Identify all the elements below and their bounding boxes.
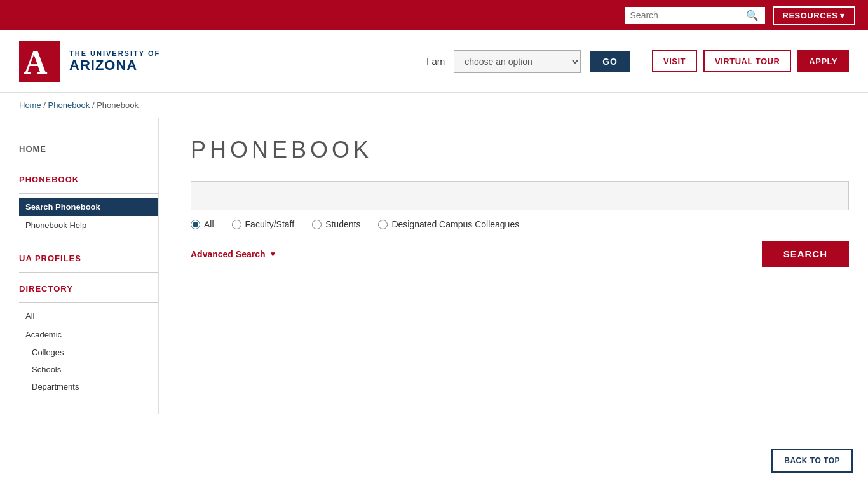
radio-all-input[interactable]: [191, 220, 200, 229]
sidebar-item-directory[interactable]: DIRECTORY: [19, 276, 158, 299]
top-search-box[interactable]: 🔍: [625, 7, 765, 24]
sidebar-divider-1: [19, 163, 158, 163]
radio-faculty[interactable]: Faculty/Staff: [232, 219, 295, 229]
i-am-dropdown[interactable]: choose an option Student Faculty/Staff A…: [454, 50, 581, 73]
sidebar-divider-3: [19, 272, 158, 273]
radio-students-label: Students: [325, 219, 360, 229]
sidebar-divider-2: [19, 193, 158, 194]
radio-students-input[interactable]: [312, 220, 322, 229]
top-bar: 🔍 RESOURCES ▾: [0, 0, 868, 30]
phonebook-search-input[interactable]: [191, 181, 849, 210]
advanced-search-label: Advanced Search: [191, 249, 266, 259]
radio-faculty-input[interactable]: [232, 220, 241, 229]
search-button[interactable]: SEARCH: [762, 241, 849, 267]
radio-students[interactable]: Students: [312, 219, 360, 229]
breadcrumb-separator1: /: [43, 100, 48, 110]
sidebar-divider-4: [19, 302, 158, 303]
advanced-search-row: Advanced Search ▼ SEARCH: [191, 241, 849, 267]
resources-button[interactable]: RESOURCES ▾: [773, 6, 855, 25]
main-layout: HOME PHONEBOOK Search Phonebook Phoneboo…: [0, 118, 868, 414]
search-filter-group: All Faculty/Staff Students Designated Ca…: [191, 219, 849, 229]
logo-area: A THE UNIVERSITY OF ARIZONA: [19, 41, 160, 82]
radio-all[interactable]: All: [191, 219, 214, 229]
breadcrumb: Home / Phonebook / Phonebook: [0, 93, 868, 118]
breadcrumb-phonebook1[interactable]: Phonebook: [48, 100, 90, 110]
sidebar-item-all[interactable]: All: [19, 307, 158, 325]
sidebar-item-colleges[interactable]: Colleges: [19, 344, 158, 361]
sidebar-item-schools[interactable]: Schools: [19, 361, 158, 378]
sidebar-item-phonebook-help[interactable]: Phonebook Help: [19, 216, 158, 234]
radio-faculty-label: Faculty/Staff: [245, 219, 295, 229]
header: A THE UNIVERSITY OF ARIZONA I am choose …: [0, 30, 868, 93]
content-area: PHONEBOOK All Faculty/Staff Students Des…: [191, 118, 849, 414]
arizona-line: ARIZONA: [69, 57, 160, 74]
i-am-label: I am: [426, 56, 445, 67]
page-title: PHONEBOOK: [191, 137, 849, 163]
sidebar-item-departments[interactable]: Departments: [19, 378, 158, 395]
svg-text:A: A: [24, 44, 48, 81]
top-search-button[interactable]: 🔍: [745, 10, 760, 22]
header-nav-buttons: VISIT VIRTUAL TOUR APPLY: [652, 50, 849, 72]
advanced-search-arrow-icon: ▼: [269, 250, 277, 259]
header-right: I am choose an option Student Faculty/St…: [426, 50, 849, 73]
apply-button[interactable]: APPLY: [797, 50, 849, 72]
virtual-tour-button[interactable]: VIRTUAL TOUR: [703, 50, 791, 72]
radio-dcc-input[interactable]: [378, 220, 388, 229]
sidebar-item-academic[interactable]: Academic: [19, 325, 158, 344]
go-button[interactable]: GO: [590, 51, 630, 72]
radio-dcc[interactable]: Designated Campus Colleagues: [378, 219, 519, 229]
ua-logo-icon: A: [19, 41, 60, 82]
radio-all-label: All: [204, 219, 214, 229]
logo-text: THE UNIVERSITY OF ARIZONA: [69, 50, 160, 74]
sidebar-item-home[interactable]: HOME: [19, 137, 158, 159]
sidebar-item-search-phonebook[interactable]: Search Phonebook: [19, 198, 158, 216]
breadcrumb-home[interactable]: Home: [19, 100, 41, 110]
breadcrumb-phonebook2: Phonebook: [97, 100, 139, 110]
sidebar: HOME PHONEBOOK Search Phonebook Phoneboo…: [19, 118, 159, 414]
sidebar-item-ua-profiles[interactable]: UA PROFILES: [19, 246, 158, 268]
advanced-search-link[interactable]: Advanced Search ▼: [191, 249, 276, 259]
search-results-divider: [191, 280, 849, 280]
university-line: THE UNIVERSITY OF: [69, 50, 160, 57]
sidebar-item-phonebook-heading[interactable]: PHONEBOOK: [19, 167, 158, 189]
top-search-input[interactable]: [630, 10, 745, 20]
radio-dcc-label: Designated Campus Colleagues: [391, 219, 519, 229]
visit-button[interactable]: VISIT: [652, 50, 697, 72]
